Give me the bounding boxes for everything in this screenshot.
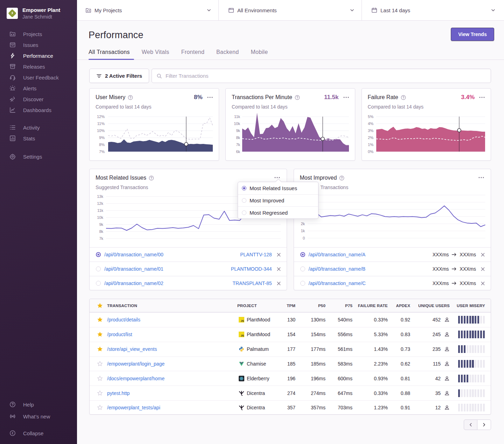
svg-text:4%: 4%: [368, 122, 373, 126]
svg-text:6k: 6k: [236, 150, 240, 154]
svg-text:9k: 9k: [99, 222, 103, 227]
svg-text:11%: 11%: [97, 122, 105, 126]
svg-text:12k: 12k: [97, 201, 103, 206]
svg-text:5%: 5%: [368, 115, 373, 119]
svg-text:9k: 9k: [236, 129, 240, 133]
svg-text:12%: 12%: [97, 115, 105, 119]
svg-text:8k: 8k: [236, 136, 240, 140]
svg-text:13k: 13k: [97, 194, 103, 199]
svg-text:0%: 0%: [368, 150, 373, 154]
svg-text:1k: 1k: [301, 229, 305, 233]
svg-text:2%: 2%: [368, 136, 373, 140]
svg-text:1%: 1%: [368, 143, 373, 147]
svg-text:9%: 9%: [99, 136, 105, 140]
svg-text:7%: 7%: [99, 150, 105, 154]
svg-text:11k: 11k: [97, 208, 103, 213]
svg-text:11k: 11k: [234, 115, 240, 119]
svg-text:10k: 10k: [97, 215, 103, 220]
svg-text:7k: 7k: [99, 236, 103, 241]
svg-text:8%: 8%: [99, 143, 105, 147]
svg-text:8k: 8k: [99, 229, 103, 234]
svg-text:10%: 10%: [97, 129, 105, 133]
svg-text:JS: JS: [241, 334, 244, 337]
svg-text:2k: 2k: [301, 222, 305, 226]
svg-text:JS: JS: [241, 319, 244, 322]
svg-text:3%: 3%: [368, 129, 373, 133]
svg-text:10k: 10k: [234, 122, 240, 126]
svg-text:7k: 7k: [236, 143, 240, 147]
svg-text:0: 0: [302, 236, 304, 240]
